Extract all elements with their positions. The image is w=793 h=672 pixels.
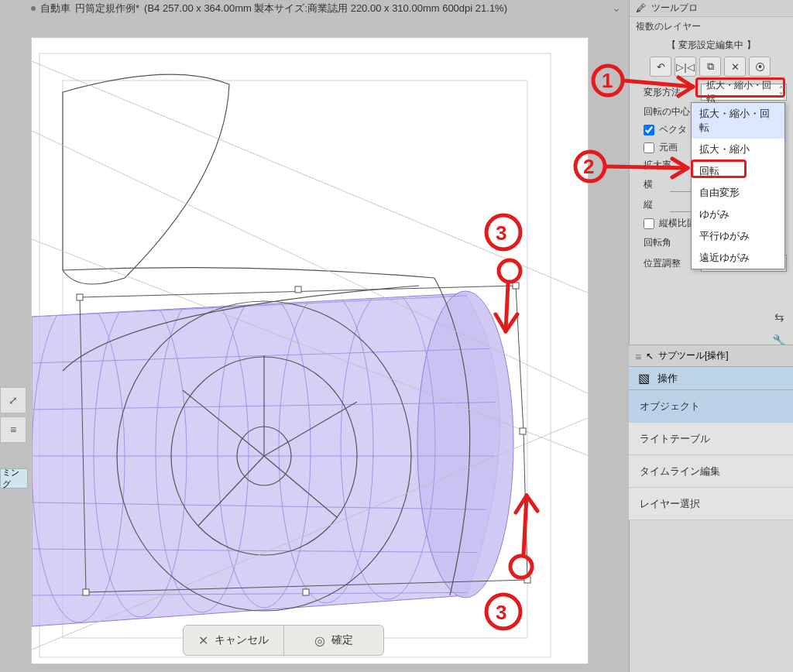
subtool-group-label: 操作 bbox=[657, 372, 678, 386]
subtool-header: ≡ ↖ サブツール[操作] bbox=[629, 345, 793, 367]
transform-confirm-bar: ✕ キャンセル ◎ 確定 bbox=[183, 625, 384, 656]
unsaved-dot-icon bbox=[31, 6, 36, 11]
keep-original-checkbox[interactable] bbox=[644, 142, 654, 153]
confirm-button[interactable]: ◎ 確定 bbox=[284, 626, 384, 655]
svg-rect-28 bbox=[77, 294, 83, 300]
scale-label: 拡大率 bbox=[644, 159, 696, 172]
dropdown-option[interactable]: 拡大・縮小・回転 bbox=[692, 103, 784, 139]
rotation-angle-label: 回転角 bbox=[644, 236, 696, 249]
aspect-lock-checkbox[interactable] bbox=[644, 218, 654, 229]
tool-property-title: ツールプロ bbox=[651, 2, 698, 15]
scale-h-label: 横 bbox=[644, 178, 665, 191]
tool-property-header: 🖉 ツールプロ bbox=[630, 0, 793, 17]
check-icon: ◎ bbox=[314, 633, 325, 648]
annotation-box-2 bbox=[691, 159, 747, 178]
scale-v-label: 縦 bbox=[644, 198, 665, 211]
flip-h-button[interactable]: ▷|◁ bbox=[675, 57, 696, 77]
dropdown-option[interactable]: 拡大・縮小 bbox=[692, 139, 784, 160]
transform-method-dropdown: 拡大・縮小・回転 拡大・縮小 回転 自由変形 ゆがみ 平行ゆがみ 遠近ゆがみ bbox=[691, 102, 785, 269]
cancel-button[interactable]: ✕ キャンセル bbox=[184, 626, 284, 655]
vector-thickness-checkbox[interactable] bbox=[644, 125, 654, 135]
dropdown-option[interactable]: ゆがみ bbox=[692, 204, 784, 225]
commit-transform-button[interactable]: ⦿ bbox=[749, 57, 771, 77]
svg-text:1: 1 bbox=[602, 69, 613, 92]
trimming-tab[interactable]: ミング bbox=[0, 468, 28, 489]
transform-section-title: 【 変形設定編集中 】 bbox=[630, 36, 793, 55]
reset-icon[interactable]: ⇆ bbox=[770, 308, 788, 327]
wrench-icon: 🖉 bbox=[636, 2, 646, 14]
subtool-item-layerpick[interactable]: レイヤー選択 bbox=[629, 488, 793, 520]
svg-rect-34 bbox=[303, 589, 309, 595]
target-layer-label: 複数のレイヤー bbox=[630, 17, 793, 36]
subtool-group-operation[interactable]: ▧ 操作 bbox=[629, 367, 793, 390]
dropdown-option[interactable]: 平行ゆがみ bbox=[692, 225, 784, 247]
svg-rect-31 bbox=[83, 589, 89, 595]
left-tool-edge: ⤢ ≡ bbox=[0, 387, 28, 446]
menu-icon[interactable]: ≡ bbox=[635, 351, 641, 363]
dropdown-option[interactable]: 遠近ゆがみ bbox=[692, 247, 784, 269]
cancel-transform-button[interactable]: ✕ bbox=[724, 57, 746, 77]
cube-icon: ▧ bbox=[638, 371, 650, 386]
subtool-header-label: サブツール[操作] bbox=[658, 349, 729, 362]
svg-rect-30 bbox=[524, 577, 530, 583]
close-icon: ✕ bbox=[198, 633, 208, 648]
svg-rect-29 bbox=[513, 283, 519, 289]
doc-size: (B4 257.00 x 364.00mm 製本サイズ:商業誌用 220.00 … bbox=[144, 2, 507, 15]
confirm-label: 確定 bbox=[331, 633, 353, 647]
annotation-box-1 bbox=[695, 77, 785, 98]
fit-screen-icon[interactable]: ⤢ bbox=[0, 387, 26, 413]
svg-line-27 bbox=[32, 61, 589, 293]
keep-original-label: 元画 bbox=[659, 141, 678, 154]
svg-rect-32 bbox=[520, 428, 526, 434]
rotation-center-label: 回転の中心 bbox=[644, 105, 696, 118]
document-tab[interactable]: 自動車 円筒定規作例* (B4 257.00 x 364.00mm 製本サイズ:… bbox=[31, 0, 507, 17]
svg-point-35 bbox=[593, 66, 623, 95]
transform-method-label: 変形方法 bbox=[644, 86, 696, 99]
subtool-panel: ≡ ↖ サブツール[操作] ▧ 操作 オブジェクト ライトテーブル タイムライン… bbox=[629, 345, 793, 520]
canvas-artwork bbox=[32, 38, 589, 664]
undo-step-button[interactable]: ↶ bbox=[650, 57, 671, 77]
doc-name: 自動車 bbox=[40, 2, 70, 15]
chevron-down-icon[interactable]: ⌄ bbox=[612, 2, 621, 14]
subtool-item-lighttable[interactable]: ライトテーブル bbox=[629, 423, 793, 455]
position-adjust-label: 位置調整 bbox=[644, 257, 696, 270]
svg-rect-33 bbox=[295, 286, 301, 293]
canvas[interactable]: ✕ キャンセル ◎ 確定 bbox=[31, 37, 589, 664]
subtool-item-object[interactable]: オブジェクト bbox=[629, 390, 793, 423]
dropdown-option-free-transform[interactable]: 自由変形 bbox=[692, 182, 784, 204]
tool-property-panel: 🖉 ツールプロ 複数のレイヤー 【 変形設定編集中 】 ↶ ▷|◁ ⧉ ✕ ⦿ … bbox=[629, 0, 793, 672]
doc-ruler: 円筒定規作例* bbox=[75, 2, 139, 15]
vector-thickness-label: ベクタ bbox=[659, 123, 687, 136]
cursor-icon: ↖ bbox=[646, 351, 654, 362]
cancel-label: キャンセル bbox=[215, 633, 269, 647]
subtool-item-timeline[interactable]: タイムライン編集 bbox=[629, 455, 793, 488]
stack-icon[interactable]: ≡ bbox=[0, 417, 26, 443]
flip-v-button[interactable]: ⧉ bbox=[699, 57, 721, 77]
